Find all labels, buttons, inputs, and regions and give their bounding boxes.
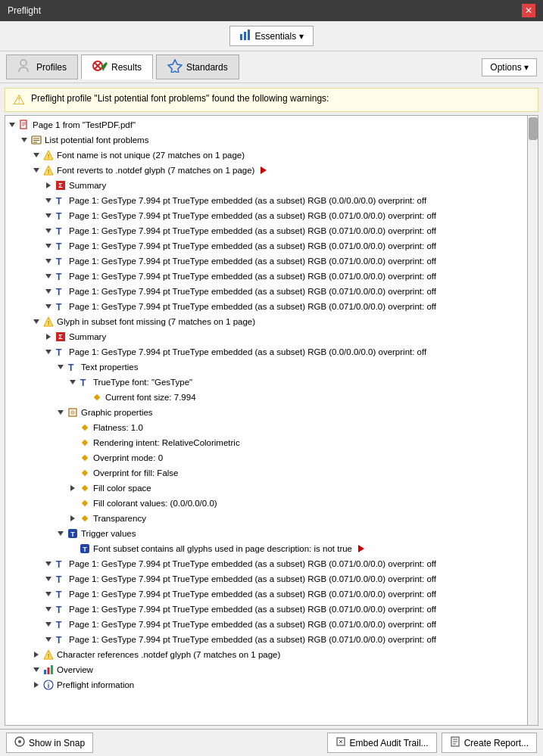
tree-row[interactable]: TPage 1: GesType 7.994 pt TrueType embed… bbox=[5, 208, 538, 223]
expand-button[interactable] bbox=[67, 468, 78, 478]
expand-button[interactable] bbox=[43, 604, 54, 614]
tree-row[interactable]: Fill color space bbox=[5, 481, 538, 496]
scrollbar-vertical[interactable] bbox=[527, 116, 538, 725]
tab-standards[interactable]: Standards bbox=[156, 54, 239, 79]
tree-row[interactable]: TPage 1: GesType 7.994 pt TrueType embed… bbox=[5, 556, 538, 571]
expand-button[interactable] bbox=[43, 195, 54, 206]
tab-profiles[interactable]: Profiles bbox=[6, 54, 78, 79]
show-in-snap-button[interactable]: Show in Snap bbox=[6, 733, 93, 753]
tree-row[interactable]: !Font reverts to .notdef glyph (7 matche… bbox=[5, 163, 538, 178]
expand-button[interactable] bbox=[43, 271, 54, 282]
tree-container[interactable]: Page 1 from "TestPDF.pdf"List potential … bbox=[5, 115, 538, 726]
tree-row[interactable]: Transparency bbox=[5, 511, 538, 526]
expand-button[interactable] bbox=[67, 513, 78, 524]
close-button[interactable]: ✕ bbox=[522, 4, 535, 17]
tree-row[interactable]: iPreflight information bbox=[5, 677, 538, 692]
expand-button[interactable] bbox=[43, 301, 54, 312]
essentials-button[interactable]: Essentials ▾ bbox=[229, 26, 313, 46]
tree-row[interactable]: TPage 1: GesType 7.994 pt TrueType embed… bbox=[5, 632, 538, 647]
tree-row[interactable]: TText properties bbox=[5, 359, 538, 375]
expand-button[interactable] bbox=[43, 256, 54, 266]
tree-row[interactable]: List potential font problems bbox=[5, 132, 538, 148]
tree-row[interactable]: !Glyph in subset font missing (7 matches… bbox=[5, 314, 538, 329]
tree-row[interactable]: TTrigger values bbox=[5, 526, 538, 541]
expand-button[interactable] bbox=[55, 528, 66, 539]
svg-text:T: T bbox=[68, 362, 74, 372]
tree-row[interactable]: Graphic properties bbox=[5, 405, 538, 420]
tree-node-text: Overview bbox=[57, 663, 93, 677]
expand-button[interactable] bbox=[67, 498, 78, 509]
preflight-window: Preflight ✕ Essentials ▾ bbox=[0, 0, 543, 756]
tab-results[interactable]: Results bbox=[81, 54, 153, 79]
svg-marker-8 bbox=[168, 60, 182, 73]
embed-audit-button[interactable]: Embed Audit Trail... bbox=[327, 733, 437, 753]
expand-button[interactable] bbox=[43, 286, 54, 297]
svg-rect-62 bbox=[82, 455, 88, 461]
expand-button[interactable] bbox=[31, 150, 42, 160]
results-icon bbox=[92, 59, 108, 75]
tree-row[interactable]: Current font size: 7.994 bbox=[5, 390, 538, 405]
expand-button[interactable] bbox=[43, 634, 54, 645]
expand-button[interactable] bbox=[67, 377, 78, 387]
textT-icon: T bbox=[54, 558, 67, 569]
tree-row[interactable]: TPage 1: GesType 7.994 pt TrueType embed… bbox=[5, 284, 538, 299]
expand-button[interactable] bbox=[43, 347, 54, 357]
tree-row[interactable]: Fill colorant values: (0.0/0.0/0.0) bbox=[5, 496, 538, 511]
tree-row[interactable]: TPage 1: GesType 7.994 pt TrueType embed… bbox=[5, 586, 538, 602]
svg-marker-42 bbox=[45, 304, 51, 309]
expand-button[interactable] bbox=[31, 649, 42, 660]
tree-row[interactable]: ΣSummary bbox=[5, 178, 538, 193]
expand-button[interactable] bbox=[80, 392, 90, 403]
expand-button[interactable] bbox=[43, 558, 54, 569]
tree-row[interactable]: TTrueType font: "GesType" bbox=[5, 375, 538, 390]
tree-row[interactable]: TPage 1: GesType 7.994 pt TrueType embed… bbox=[5, 193, 538, 208]
expand-button[interactable] bbox=[43, 241, 54, 251]
expand-button[interactable] bbox=[19, 135, 30, 145]
expand-button[interactable] bbox=[43, 589, 54, 599]
expand-button[interactable] bbox=[67, 483, 78, 493]
expand-button[interactable] bbox=[43, 210, 54, 221]
tree-row[interactable]: Flatness: 1.0 bbox=[5, 420, 538, 435]
expand-button[interactable] bbox=[67, 437, 78, 448]
expand-button[interactable] bbox=[31, 316, 42, 327]
tree-row[interactable]: Rendering intent: RelativeColorimetric bbox=[5, 435, 538, 450]
options-button[interactable]: Options ▾ bbox=[482, 58, 537, 76]
tree-row[interactable]: TPage 1: GesType 7.994 pt TrueType embed… bbox=[5, 602, 538, 617]
tree-row[interactable]: TPage 1: GesType 7.994 pt TrueType embed… bbox=[5, 344, 538, 359]
expand-button[interactable] bbox=[31, 680, 42, 690]
tree-row[interactable]: TPage 1: GesType 7.994 pt TrueType embed… bbox=[5, 617, 538, 632]
tree-row[interactable]: TPage 1: GesType 7.994 pt TrueType embed… bbox=[5, 223, 538, 238]
expand-button[interactable] bbox=[67, 422, 78, 433]
tree-row[interactable]: ΣSummary bbox=[5, 329, 538, 344]
expand-button[interactable] bbox=[43, 574, 54, 584]
tree-row[interactable]: Overprint for fill: False bbox=[5, 465, 538, 481]
expand-button[interactable] bbox=[43, 226, 54, 236]
expand-button[interactable] bbox=[43, 331, 54, 342]
tree-row[interactable]: TFont subset contains all glyphs used in… bbox=[5, 541, 538, 556]
tree-row[interactable]: Overview bbox=[5, 662, 538, 677]
expand-button[interactable] bbox=[43, 180, 54, 191]
expand-button[interactable] bbox=[67, 453, 78, 463]
bottom-bar: Show in Snap Embed Audit Trail... bbox=[0, 729, 543, 756]
tree-row[interactable]: !Font name is not unique (27 matches on … bbox=[5, 148, 538, 163]
expand-button[interactable] bbox=[31, 664, 42, 675]
expand-button[interactable] bbox=[43, 619, 54, 630]
create-report-button[interactable]: Create Report... bbox=[442, 733, 537, 753]
expand-button[interactable] bbox=[31, 165, 42, 176]
tree-row[interactable]: TPage 1: GesType 7.994 pt TrueType embed… bbox=[5, 571, 538, 586]
tree-row[interactable]: TPage 1: GesType 7.994 pt TrueType embed… bbox=[5, 254, 538, 269]
svg-marker-47 bbox=[46, 334, 51, 340]
expand-button[interactable] bbox=[67, 543, 78, 554]
expand-button[interactable] bbox=[55, 407, 66, 418]
tree-row[interactable]: Overprint mode: 0 bbox=[5, 450, 538, 465]
expand-button[interactable] bbox=[7, 120, 17, 130]
svg-text:!: ! bbox=[48, 652, 50, 659]
svg-text:T: T bbox=[56, 574, 62, 584]
tree-row[interactable]: TPage 1: GesType 7.994 pt TrueType embed… bbox=[5, 269, 538, 284]
tree-row[interactable]: TPage 1: GesType 7.994 pt TrueType embed… bbox=[5, 299, 538, 314]
tree-row[interactable]: Page 1 from "TestPDF.pdf" bbox=[5, 117, 538, 132]
tree-row[interactable]: TPage 1: GesType 7.994 pt TrueType embed… bbox=[5, 238, 538, 254]
tree-row[interactable]: !Character references .notdef glyph (7 m… bbox=[5, 647, 538, 662]
expand-button[interactable] bbox=[55, 362, 66, 372]
red-arrow bbox=[358, 545, 364, 552]
